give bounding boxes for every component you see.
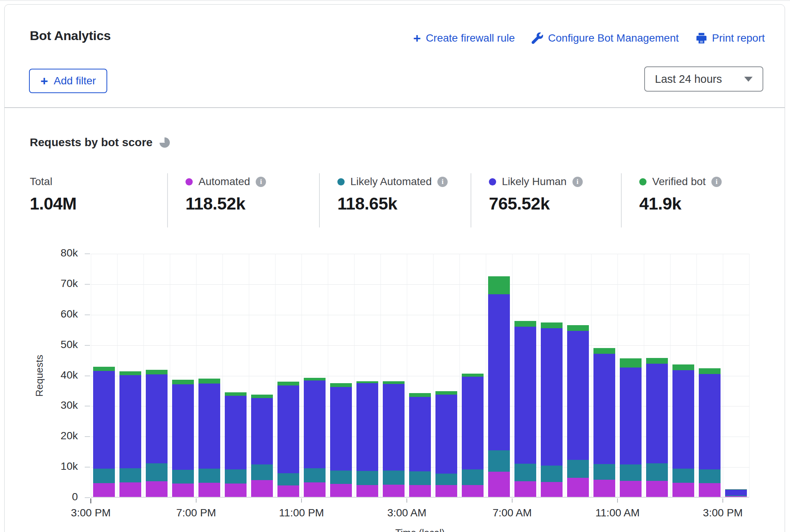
bar-segment-automated (146, 481, 168, 497)
chart-bar[interactable] (409, 393, 431, 497)
bar-segment-likely-human (462, 377, 484, 469)
chart-bar[interactable] (356, 381, 378, 497)
bar-segment-automated (541, 482, 563, 497)
gridline-vertical (723, 254, 723, 497)
chart-bar[interactable] (462, 374, 484, 497)
bar-segment-likely-human (699, 374, 721, 469)
y-tick-label: 10k (61, 461, 78, 473)
y-axis: 010k20k30k40k50k60k70k80k (5, 254, 91, 498)
bar-segment-verified-bot (593, 348, 615, 353)
section-title-row: Requests by bot score (30, 136, 170, 149)
stat-likely-human-value: 765.52k (489, 194, 621, 214)
print-report-link[interactable]: Print report (696, 32, 765, 44)
x-tick-mark (722, 498, 723, 503)
chart-bar[interactable] (93, 367, 115, 497)
chart-bar[interactable] (699, 368, 721, 497)
bar-segment-likely-human (330, 387, 352, 471)
bar-segment-likely-automated (672, 469, 694, 483)
page: Bot Analytics + Create firewall rule Con… (0, 0, 790, 532)
bar-segment-automated (646, 481, 668, 497)
chart-bar[interactable] (383, 381, 405, 497)
bar-segment-likely-human (435, 395, 457, 474)
bar-segment-likely-automated (620, 464, 642, 481)
info-icon[interactable]: i (711, 177, 722, 187)
chart-bar[interactable] (277, 382, 299, 497)
bar-segment-verified-bot (646, 358, 668, 364)
bar-segment-likely-human (646, 364, 668, 463)
gridline-vertical (196, 254, 197, 497)
bar-segment-automated (514, 481, 536, 497)
bar-segment-likely-human (620, 368, 642, 464)
gridline-vertical (407, 254, 407, 497)
y-tick-mark (85, 314, 90, 315)
chart-bar[interactable] (488, 276, 510, 497)
stat-total-label: Total (30, 176, 52, 188)
info-icon[interactable]: i (256, 177, 266, 187)
info-icon[interactable]: i (437, 177, 448, 187)
requests-by-bot-score-chart: Requests 010k20k30k40k50k60k70k80k Time … (5, 234, 785, 532)
chart-bar[interactable] (567, 325, 589, 497)
gridline-vertical (644, 254, 644, 497)
chart-bar[interactable] (172, 380, 194, 497)
y-tick-mark (85, 253, 90, 254)
y-tick-label: 30k (61, 400, 78, 412)
bar-segment-likely-automated (409, 471, 431, 485)
x-tick-mark (90, 498, 91, 503)
configure-bot-management-link[interactable]: Configure Bot Management (532, 32, 679, 44)
bar-segment-likely-automated (251, 464, 273, 480)
chart-bar[interactable] (435, 391, 457, 497)
bar-segment-likely-automated (488, 450, 510, 472)
add-filter-button[interactable]: + Add filter (29, 69, 107, 93)
bar-segment-verified-bot (488, 276, 510, 294)
chart-bar[interactable] (251, 395, 273, 497)
print-report-label: Print report (712, 32, 765, 44)
chart-bar[interactable] (119, 371, 141, 497)
chart-bar[interactable] (541, 322, 563, 497)
chart-bar[interactable] (304, 378, 326, 497)
chart-bar[interactable] (672, 364, 694, 497)
bar-segment-likely-human (672, 370, 694, 469)
chart-bar[interactable] (620, 358, 642, 497)
bar-segment-likely-human (277, 385, 299, 473)
bar-segment-automated (356, 485, 378, 497)
configure-bot-management-label: Configure Bot Management (548, 32, 679, 44)
gridline-vertical (354, 254, 355, 497)
y-tick-label: 0 (72, 491, 78, 503)
verified-bot-legend-dot (639, 178, 647, 185)
bar-segment-verified-bot (119, 371, 141, 375)
x-tick-mark (196, 498, 197, 503)
chart-bar[interactable] (225, 392, 247, 497)
chart-bar[interactable] (330, 383, 352, 497)
section-title: Requests by bot score (30, 136, 153, 149)
bar-segment-verified-bot (672, 364, 694, 370)
bar-segment-automated (304, 482, 326, 497)
x-tick-mark (512, 498, 513, 503)
bar-segment-likely-human (541, 328, 563, 465)
stat-likely-automated-label: Likely Automated (350, 176, 432, 188)
stat-likely-automated: Likely Automated i 118.65k (319, 173, 471, 227)
create-firewall-rule-link[interactable]: + Create firewall rule (413, 32, 515, 44)
card-header: Bot Analytics + Create firewall rule Con… (5, 5, 785, 108)
chart-bar[interactable] (725, 489, 747, 497)
gridline-vertical (222, 254, 223, 497)
bar-segment-verified-bot (699, 368, 721, 374)
bar-segment-likely-automated (330, 471, 352, 484)
chart-bar[interactable] (514, 321, 536, 497)
gridline-vertical (617, 254, 618, 497)
bar-segment-likely-automated (541, 466, 563, 482)
chart-bar[interactable] (198, 379, 220, 497)
x-tick-mark (301, 498, 302, 503)
stat-verified-bot-label: Verified bot (652, 176, 706, 188)
chart-bar[interactable] (593, 348, 615, 497)
time-range-select[interactable]: Last 24 hours (644, 66, 763, 92)
y-tick-mark (85, 284, 90, 285)
x-axis-title: Time (local) (91, 527, 749, 532)
info-icon[interactable]: i (572, 177, 583, 187)
gridline-horizontal (91, 315, 749, 315)
chart-bar[interactable] (146, 370, 168, 497)
chart-bar[interactable] (646, 358, 668, 497)
bar-segment-likely-automated (198, 469, 220, 483)
bar-segment-likely-human (356, 383, 378, 471)
bar-segment-verified-bot (251, 395, 273, 398)
likely-automated-legend-dot (337, 178, 345, 185)
